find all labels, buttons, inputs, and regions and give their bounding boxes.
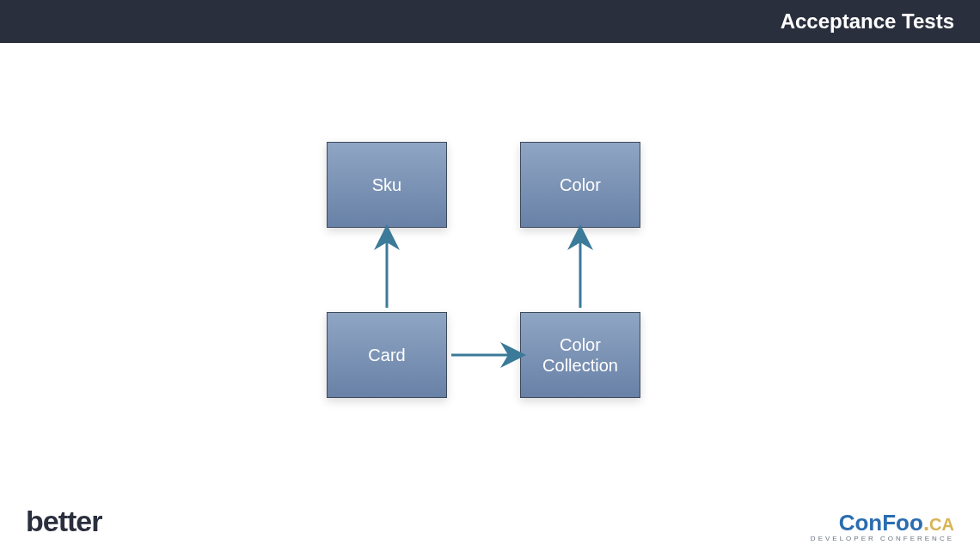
box-sku: Sku	[327, 142, 447, 228]
footer-logo-better: better	[26, 505, 101, 538]
box-sku-label: Sku	[372, 175, 401, 195]
slide-header: Acceptance Tests	[0, 0, 980, 43]
arrow-card-to-sku	[377, 232, 397, 309]
diagram-container: Sku Color Card Color Collection	[327, 142, 653, 400]
confoo-foo: Foo	[882, 510, 923, 536]
confoo-con: Con	[839, 510, 883, 536]
confoo-ca: CA	[929, 515, 954, 534]
footer-logo-confoo: ConFoo.CA DEVELOPER CONFERENCE	[811, 510, 954, 542]
arrow-card-to-colorcollection	[450, 345, 518, 365]
box-color-collection-label: Color Collection	[521, 334, 640, 376]
box-color-label: Color	[560, 175, 601, 195]
box-color: Color	[520, 142, 640, 228]
box-card: Card	[327, 312, 447, 398]
slide-title: Acceptance Tests	[781, 9, 954, 34]
confoo-wordmark: ConFoo.CA	[811, 510, 954, 536]
box-color-collection: Color Collection	[520, 312, 640, 398]
box-card-label: Card	[368, 346, 405, 365]
confoo-tagline: DEVELOPER CONFERENCE	[811, 535, 954, 542]
arrow-colorcollection-to-color	[570, 232, 591, 309]
